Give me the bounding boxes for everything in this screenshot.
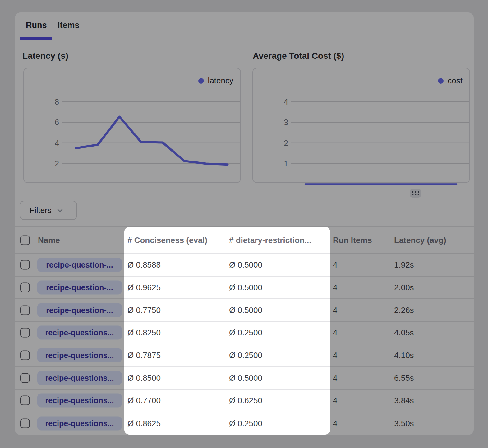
dietary-avg-cell: Ø 0.5000 [229, 260, 262, 270]
run-name-label: recipe-question-... [46, 283, 113, 292]
run-name-badge[interactable]: recipe-questions... [37, 371, 122, 385]
tab-runs[interactable]: Runs [26, 21, 47, 30]
conciseness-avg-cell: Ø 0.7875 [127, 351, 161, 360]
filters-button-label: Filters [30, 206, 52, 215]
latency-legend: latency [198, 76, 233, 86]
table-row: recipe-questions... Ø 0.8625 Ø 0.2500 4 … [15, 412, 474, 435]
dietary-avg-cell: Ø 0.2500 [229, 328, 262, 338]
svg-text:4: 4 [55, 139, 59, 147]
row-checkbox[interactable] [20, 351, 30, 360]
conciseness-avg-cell: Ø 0.8588 [127, 260, 161, 270]
table-row: recipe-question-... Ø 0.9625 Ø 0.5000 4 … [15, 277, 474, 299]
table-row: recipe-questions... Ø 0.8500 Ø 0.5000 4 … [15, 367, 474, 390]
run-items-cell: 4 [333, 396, 337, 405]
conciseness-avg-cell: Ø 0.8250 [127, 328, 161, 338]
dietary-avg-cell: Ø 0.2500 [229, 419, 262, 428]
column-header-conciseness[interactable]: # Conciseness (eval) [127, 236, 207, 245]
select-all-checkbox[interactable] [20, 236, 30, 245]
run-name-label: recipe-questions... [45, 396, 114, 405]
run-items-cell: 4 [333, 260, 337, 270]
latency-chart-panel: 2468 latency [23, 68, 241, 183]
column-header-run-items[interactable]: Run Items [333, 236, 372, 245]
run-name-label: recipe-questions... [45, 328, 114, 337]
row-checkbox[interactable] [20, 328, 30, 338]
legend-label: latency [208, 76, 233, 86]
column-header-dietary[interactable]: # dietary-restriction... [229, 236, 311, 245]
run-name-label: recipe-questions... [45, 419, 114, 428]
latency-avg-cell: 3.84s [394, 396, 414, 405]
row-checkbox[interactable] [20, 283, 30, 292]
column-header-name[interactable]: Name [38, 236, 60, 245]
active-tab-indicator [20, 37, 52, 40]
run-name-badge[interactable]: recipe-question-... [37, 258, 122, 272]
run-name-label: recipe-question-... [46, 260, 113, 269]
panel-resize-handle[interactable] [410, 189, 421, 198]
cost-chart-panel: 1234 cost [252, 68, 470, 183]
conciseness-avg-cell: Ø 0.8625 [127, 419, 161, 428]
tab-bar: Runs Items [15, 12, 474, 40]
conciseness-avg-cell: Ø 0.8500 [127, 373, 161, 383]
section-divider [15, 194, 474, 194]
runs-table: Name # Conciseness (eval) # dietary-rest… [15, 226, 474, 435]
latency-avg-cell: 4.10s [394, 351, 414, 360]
table-row: recipe-questions... Ø 0.7700 Ø 0.6250 4 … [15, 390, 474, 412]
tab-runs-label: Runs [26, 21, 47, 30]
cost-line-chart: 1234 [253, 68, 471, 184]
table-row: recipe-question-... Ø 0.8588 Ø 0.5000 4 … [15, 254, 474, 277]
cost-chart-title: Average Total Cost ($) [253, 51, 344, 61]
legend-label: cost [448, 76, 463, 86]
svg-text:1: 1 [284, 159, 288, 168]
row-checkbox[interactable] [20, 373, 30, 383]
page: Runs Items Latency (s) Average Total Cos… [0, 0, 488, 448]
svg-text:6: 6 [55, 118, 59, 127]
column-header-latency[interactable]: Latency (avg) [394, 236, 446, 245]
table-row: recipe-questions... Ø 0.8250 Ø 0.2500 4 … [15, 322, 474, 344]
row-checkbox[interactable] [20, 260, 30, 270]
run-items-cell: 4 [333, 419, 337, 428]
drag-dots-icon [411, 190, 420, 196]
latency-line-chart: 2468 [24, 68, 242, 184]
dietary-avg-cell: Ø 0.6250 [229, 396, 262, 405]
chevron-down-icon [56, 207, 64, 214]
run-name-badge[interactable]: recipe-question-... [37, 281, 122, 295]
table-row: recipe-questions... Ø 0.7875 Ø 0.2500 4 … [15, 344, 474, 367]
latency-chart-title: Latency (s) [22, 51, 68, 61]
run-items-cell: 4 [333, 373, 337, 383]
run-name-label: recipe-questions... [45, 351, 114, 360]
row-checkbox[interactable] [20, 305, 30, 315]
run-name-badge[interactable]: recipe-questions... [37, 417, 122, 431]
table-header-row: Name # Conciseness (eval) # dietary-rest… [15, 226, 474, 254]
run-name-badge[interactable]: recipe-question-... [37, 303, 122, 317]
dietary-avg-cell: Ø 0.2500 [229, 351, 262, 360]
row-checkbox[interactable] [20, 419, 30, 428]
dietary-avg-cell: Ø 0.5000 [229, 305, 262, 315]
svg-text:8: 8 [55, 97, 59, 106]
legend-dot-icon [198, 78, 204, 84]
dietary-avg-cell: Ø 0.5000 [229, 373, 262, 383]
cost-legend: cost [438, 76, 463, 86]
svg-text:3: 3 [284, 118, 288, 127]
run-items-cell: 4 [333, 328, 337, 338]
table-row: recipe-question-... Ø 0.7750 Ø 0.5000 4 … [15, 299, 474, 322]
dietary-avg-cell: Ø 0.5000 [229, 283, 262, 292]
conciseness-avg-cell: Ø 0.9625 [127, 283, 161, 292]
run-name-badge[interactable]: recipe-questions... [37, 394, 122, 408]
latency-avg-cell: 4.05s [394, 328, 414, 338]
legend-dot-icon [438, 78, 444, 84]
table-body: recipe-question-... Ø 0.8588 Ø 0.5000 4 … [15, 254, 474, 435]
latency-avg-cell: 2.00s [394, 283, 414, 292]
latency-avg-cell: 2.26s [394, 305, 414, 315]
svg-text:2: 2 [284, 139, 288, 147]
run-name-badge[interactable]: recipe-questions... [37, 326, 122, 340]
tab-items[interactable]: Items [58, 21, 80, 30]
run-name-label: recipe-question-... [46, 306, 113, 315]
latency-avg-cell: 1.92s [394, 260, 414, 270]
row-checkbox[interactable] [20, 396, 30, 405]
tab-items-label: Items [58, 21, 80, 30]
latency-avg-cell: 6.55s [394, 373, 414, 383]
filters-button[interactable]: Filters [20, 201, 77, 220]
run-name-label: recipe-questions... [45, 373, 114, 382]
run-name-badge[interactable]: recipe-questions... [37, 348, 122, 362]
runs-dashboard-card: Runs Items Latency (s) Average Total Cos… [15, 12, 474, 435]
run-items-cell: 4 [333, 305, 337, 315]
